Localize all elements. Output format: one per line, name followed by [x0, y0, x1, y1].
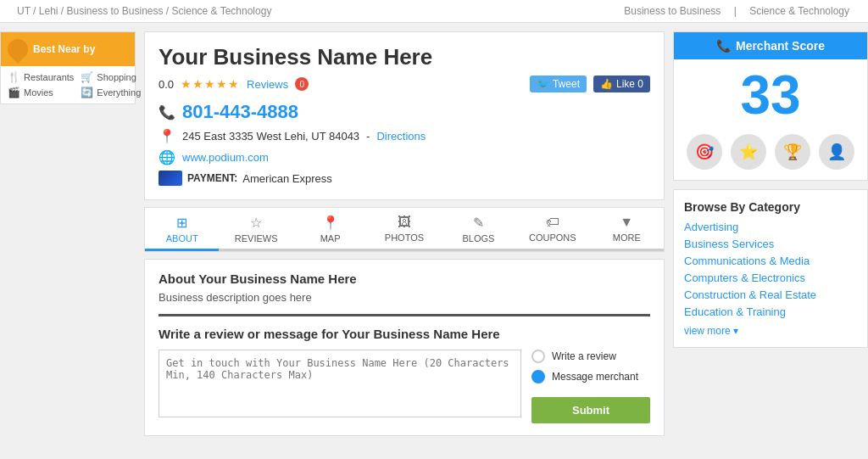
best-near-items: 🍴 Restaurants 🛒 Shopping 🎬 Movies 🔄 Ever… [1, 66, 135, 104]
review-textarea[interactable] [159, 350, 521, 417]
tab-photos[interactable]: 🖼 PHOTOS [367, 208, 441, 251]
sidebar-item-shopping[interactable]: 🛒 Shopping [81, 71, 141, 83]
score-badges: 🎯 ⭐ 🏆 👤 [674, 127, 867, 180]
tabs-container: ⊞ ABOUT ☆ REVIEWS 📍 MAP 🖼 PHOTOS ✎ B [144, 207, 665, 252]
submit-button[interactable]: Submit [531, 397, 650, 423]
top-bar: UT / Lehi / Business to Business / Scien… [0, 0, 868, 23]
browse-title: Browse By Category [684, 200, 857, 214]
star-rating: ★★★★★ [181, 77, 240, 91]
globe-icon: 🌐 [159, 149, 175, 165]
center-content: Your Business Name Here 0.0 ★★★★★ Review… [144, 31, 665, 443]
category-item: Business Services [684, 238, 857, 250]
everything-icon: 🔄 [81, 87, 93, 98]
category-advertising[interactable]: Advertising [684, 221, 738, 233]
category-education[interactable]: Education & Training [684, 305, 786, 318]
address-icon: 📍 [159, 128, 175, 144]
payment-value: American Express [242, 172, 331, 185]
about-description: Business description goes here [159, 291, 650, 304]
write-review-section: Write a review or message for Your Busin… [159, 327, 650, 423]
write-review-title: Write a review or message for Your Busin… [159, 327, 650, 341]
badge-4: 👤 [819, 134, 854, 170]
website-link[interactable]: www.podium.com [182, 151, 269, 164]
blogs-icon: ✎ [473, 215, 484, 231]
about-icon: ⊞ [176, 215, 187, 231]
merchant-score-icon: 📞 [716, 39, 731, 53]
left-sidebar: Best Near by 🍴 Restaurants 🛒 Shopping 🎬 … [0, 31, 136, 443]
category-item: Construction & Real Estate [684, 288, 857, 301]
review-form: Write a review Message merchant Submit [159, 350, 650, 423]
merchant-score-widget: 📞 Merchant Score 33 🎯 ⭐ 🏆 👤 [673, 31, 868, 181]
browse-category: Browse By Category Advertising Business … [673, 189, 868, 348]
rating-number: 0.0 [159, 78, 174, 91]
website-row: 🌐 www.podium.com [159, 149, 650, 165]
message-merchant-radio[interactable] [531, 370, 545, 383]
message-merchant-option[interactable]: Message merchant [531, 370, 650, 383]
movies-icon: 🎬 [8, 87, 20, 98]
about-panel: About Your Business Name Here Business d… [144, 259, 665, 436]
rating-row: 0.0 ★★★★★ Reviews 0 🐦 Tweet 👍 Like 0 [159, 76, 650, 92]
best-near-title: Best Near by [33, 43, 95, 55]
score-number: 33 [674, 59, 867, 127]
right-sidebar: 📞 Merchant Score 33 🎯 ⭐ 🏆 👤 Browse By Ca… [673, 31, 868, 443]
review-count-badge: 0 [295, 77, 309, 91]
best-near-header: Best Near by [1, 32, 135, 66]
tab-coupons[interactable]: 🏷 COUPONS [515, 208, 589, 251]
tab-map[interactable]: 📍 MAP [293, 208, 367, 251]
sidebar-item-movies[interactable]: 🎬 Movies [8, 87, 74, 98]
tab-reviews[interactable]: ☆ REVIEWS [219, 208, 292, 251]
badge-1: 🎯 [687, 134, 722, 170]
divider [159, 314, 650, 316]
tweet-button[interactable]: 🐦 Tweet [530, 76, 587, 92]
address-row: 📍 245 East 3335 West Lehi, UT 84043 - Di… [159, 128, 650, 144]
payment-label: PAYMENT: [187, 172, 237, 184]
write-review-option[interactable]: Write a review [531, 350, 650, 363]
business-name: Your Business Name Here [159, 44, 650, 70]
write-review-radio[interactable] [531, 350, 545, 363]
directions-link[interactable]: Directions [376, 130, 426, 143]
category-communications[interactable]: Communications & Media [684, 255, 810, 267]
tab-blogs[interactable]: ✎ BLOGS [442, 208, 515, 251]
badge-2: ⭐ [731, 134, 766, 170]
address-text: 245 East 3335 West Lehi, UT 84043 [182, 130, 359, 143]
restaurants-icon: 🍴 [8, 71, 20, 83]
tab-more[interactable]: ▼ MORE [590, 208, 664, 251]
shopping-icon: 🛒 [81, 71, 93, 83]
badge-3: 🏆 [775, 134, 810, 170]
category-item: Advertising [684, 221, 857, 233]
best-near-widget: Best Near by 🍴 Restaurants 🛒 Shopping 🎬 … [0, 31, 136, 104]
view-more-link[interactable]: view more ▾ [684, 325, 857, 337]
tab-list: ⊞ ABOUT ☆ REVIEWS 📍 MAP 🖼 PHOTOS ✎ B [145, 208, 664, 251]
category-construction[interactable]: Construction & Real Estate [684, 288, 816, 301]
tab-about[interactable]: ⊞ ABOUT [145, 208, 219, 251]
fb-like-button[interactable]: 👍 Like 0 [593, 76, 650, 92]
about-title: About Your Business Name Here [159, 271, 650, 286]
reviews-icon: ☆ [250, 215, 262, 231]
coupons-icon: 🏷 [546, 215, 559, 230]
main-layout: Best Near by 🍴 Restaurants 🛒 Shopping 🎬 … [0, 23, 868, 451]
category-item: Education & Training [684, 305, 857, 318]
more-icon: ▼ [620, 215, 633, 230]
sidebar-item-restaurants[interactable]: 🍴 Restaurants [8, 71, 74, 83]
breadcrumb-right: Business to Business | Science & Technol… [619, 5, 854, 17]
pin-icon [3, 35, 32, 64]
phone-row: 📞 801-443-4888 [159, 101, 650, 123]
phone-number: 801-443-4888 [182, 101, 298, 123]
category-business-services[interactable]: Business Services [684, 238, 774, 250]
photos-icon: 🖼 [398, 215, 411, 230]
sidebar-item-everything[interactable]: 🔄 Everything [81, 87, 141, 98]
reviews-link[interactable]: Reviews [247, 78, 288, 91]
category-list: Advertising Business Services Communicat… [684, 221, 857, 318]
category-item: Communications & Media [684, 255, 857, 267]
business-card: Your Business Name Here 0.0 ★★★★★ Review… [144, 31, 665, 200]
payment-row: PAYMENT: American Express [159, 171, 650, 186]
map-icon: 📍 [322, 215, 339, 231]
phone-icon: 📞 [159, 104, 175, 120]
facebook-icon: 👍 [600, 78, 613, 90]
merchant-score-title: Merchant Score [736, 39, 825, 53]
breadcrumb-left: UT / Lehi / Business to Business / Scien… [14, 5, 275, 17]
twitter-icon: 🐦 [537, 78, 549, 90]
merchant-score-header: 📞 Merchant Score [674, 32, 867, 59]
review-options: Write a review Message merchant Submit [531, 350, 650, 423]
category-computers[interactable]: Computers & Electronics [684, 271, 805, 284]
card-icon [159, 171, 182, 186]
